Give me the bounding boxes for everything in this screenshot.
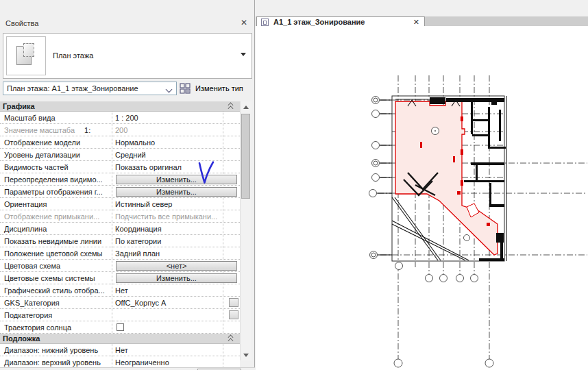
property-row: Диапазон: нижний уровеньНет: [0, 344, 240, 356]
property-label: Диапазон: нижний уровень: [4, 346, 98, 354]
property-value: Средний: [115, 151, 146, 159]
instance-selector-combobox[interactable]: План этажа: A1_1 этаж_Зонирование: [3, 82, 177, 95]
type-selector[interactable]: План этажа: [3, 33, 252, 79]
floor-plan-type-icon: [6, 36, 46, 75]
revit-window: Свойства ✕ План этажа План этажа: A1_1 э…: [0, 0, 588, 370]
property-row: Показать невидимые линииПо категории: [0, 235, 240, 247]
collapse-chevron-icon[interactable]: [228, 103, 234, 110]
property-label-cell: Подкатегория: [0, 309, 112, 321]
property-label-cell: Показать невидимые линии: [0, 235, 112, 247]
edit-type-button[interactable]: Изменить тип: [180, 82, 254, 96]
property-value-cell[interactable]: [112, 321, 223, 333]
property-label-cell: Траектория солнца: [0, 321, 112, 333]
property-row: Подкатегория: [0, 309, 240, 321]
checkbox[interactable]: [117, 323, 124, 331]
property-value-cell[interactable]: Нормально: [112, 136, 223, 148]
drawing-canvas[interactable]: [256, 26, 588, 370]
collapse-chevron-icon[interactable]: [228, 335, 234, 343]
property-label: Значение масштаба: [4, 126, 75, 134]
property-label: Траектория солнца: [4, 323, 71, 332]
close-icon[interactable]: ✕: [241, 18, 247, 27]
modify-button[interactable]: Изменить...: [116, 273, 237, 283]
scroll-down-icon[interactable]: [241, 349, 252, 360]
property-row: Графический стиль отобра...Нет: [0, 284, 240, 297]
property-label: Ориентация: [4, 200, 47, 208]
property-value-cell[interactable]: 1 : 200: [112, 112, 223, 123]
section-header[interactable]: Графика: [0, 101, 240, 112]
property-value-cell[interactable]: По категории: [112, 235, 223, 247]
type-name: План этажа: [53, 51, 93, 60]
property-row: Цветовые схемы системыИзменить...: [0, 272, 240, 284]
property-label-cell: Отображение примыкани...: [0, 210, 112, 222]
property-row: ОриентацияИстинный север: [0, 198, 240, 210]
property-label-cell: Положение цветовой схемы: [0, 247, 112, 259]
browse-button[interactable]: [229, 298, 238, 307]
property-label-cell: GKS_Категория: [0, 297, 112, 308]
modify-button[interactable]: <нет>: [116, 261, 237, 271]
property-value: Нормально: [115, 138, 155, 147]
modify-button[interactable]: Изменить...: [116, 187, 237, 197]
property-value-cell[interactable]: Показать оригинал: [112, 161, 223, 173]
chevron-down-icon[interactable]: [241, 53, 246, 56]
property-value-cell[interactable]: Координация: [112, 223, 223, 234]
property-value-cell[interactable]: 200: [112, 124, 223, 136]
properties-footer: Справка по свойствам Применить: [0, 367, 255, 370]
property-value-cell[interactable]: [112, 309, 223, 321]
property-label: Отображение примыкани...: [4, 212, 99, 221]
view-tab[interactable]: A1_1 этаж_Зонирование ✕: [256, 16, 425, 27]
property-label-cell: Ориентация: [0, 198, 112, 210]
property-label: Масштаб вида: [4, 114, 56, 122]
property-value-cell[interactable]: Истинный север: [112, 198, 223, 210]
property-label: Графический стиль отобра...: [4, 286, 105, 295]
property-label: Отображение модели: [4, 138, 80, 147]
property-value: Нет: [115, 346, 128, 354]
property-value-cell[interactable]: Средний: [112, 149, 223, 160]
view-tab-title: A1_1 этаж_Зонирование: [273, 18, 365, 26]
property-row: Параметры отображения г...Изменить...: [0, 186, 240, 198]
property-row: Отображение моделиНормально: [0, 136, 240, 149]
property-value: Показать оригинал: [115, 163, 182, 171]
modify-button[interactable]: Изменить...: [116, 175, 237, 184]
instance-selector-value: План этажа: A1_1 этаж_Зонирование: [7, 84, 138, 92]
property-label-cell: Цветовые схемы системы: [0, 272, 112, 284]
grid-bubbles-left: [369, 97, 393, 259]
section-header[interactable]: Подложка: [0, 334, 240, 344]
property-value: Неограниченно: [115, 358, 169, 367]
property-label: Цветовые схемы системы: [4, 274, 95, 282]
property-label: Диапазон: верхний уровень: [4, 358, 101, 367]
property-value-cell[interactable]: Неограниченно: [112, 356, 223, 368]
properties-scrollbar[interactable]: [240, 101, 251, 360]
property-value-cell[interactable]: Нет: [112, 344, 223, 356]
properties-grid: ГрафикаМасштаб вида1 : 200Значение масшт…: [0, 101, 240, 369]
property-label-cell: Отображение модели: [0, 136, 112, 148]
section-label: Графика: [3, 102, 35, 110]
property-value: Нет: [115, 286, 128, 295]
property-value: OffC_Корпус А: [115, 299, 166, 307]
property-value-cell[interactable]: OffC_Корпус А: [112, 297, 223, 308]
scrollbar-thumb[interactable]: [241, 114, 250, 199]
property-value-cell[interactable]: Подчистить все примыкани...: [112, 210, 223, 222]
property-row: Видимость частейПоказать оригинал: [0, 161, 240, 173]
property-label-cell: Масштаб вида: [0, 112, 112, 123]
property-value: 1 : 200: [115, 114, 138, 122]
property-label-cell: Переопределения видимо...: [0, 173, 112, 185]
browse-button[interactable]: [229, 310, 238, 319]
property-label-cell: Уровень детализации: [0, 149, 112, 160]
property-label: Переопределения видимо...: [4, 175, 103, 184]
floor-plan-svg[interactable]: [256, 26, 588, 370]
property-label: Видимость частей: [4, 163, 69, 171]
edit-type-label: Изменить тип: [195, 84, 243, 92]
scroll-up-icon[interactable]: [241, 101, 252, 112]
property-row: Значение масштаба1:200: [0, 124, 240, 136]
property-value-cell[interactable]: Задний план: [112, 247, 223, 259]
property-label: Дисциплина: [4, 225, 47, 233]
property-row: Цветовая схема<нет>: [0, 260, 240, 272]
property-label-cell: Диапазон: нижний уровень: [0, 344, 112, 356]
property-label: Параметры отображения г...: [4, 188, 103, 196]
property-value-cell[interactable]: Нет: [112, 284, 223, 296]
property-row: Масштаб вида1 : 200: [0, 112, 240, 124]
property-row: Отображение примыкани...Подчистить все п…: [0, 210, 240, 223]
view-area: A1_1 этаж_Зонирование ✕: [256, 0, 588, 370]
properties-title: Свойства: [5, 19, 38, 27]
property-label: Цветовая схема: [4, 262, 60, 270]
